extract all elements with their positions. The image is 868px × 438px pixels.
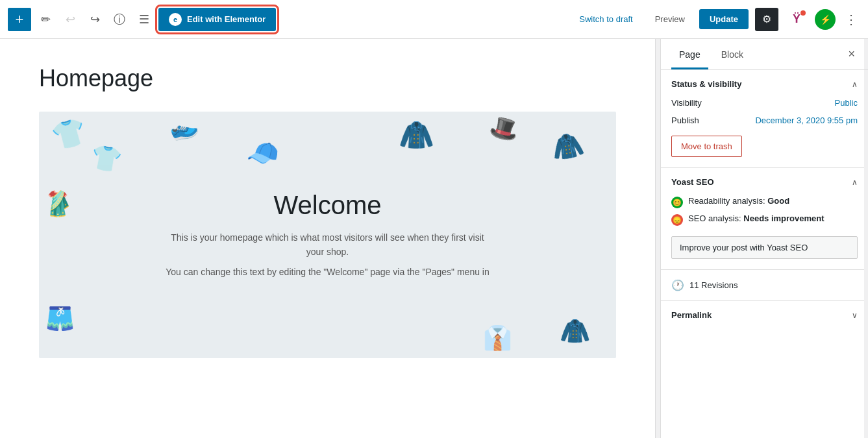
status-visibility-section: Status & visibility ∧ Visibility Public … (661, 70, 868, 168)
yoast-notification-dot (800, 10, 806, 16)
readability-text: Readability analysis: Good (688, 196, 789, 206)
welcome-subtitle: This is your homepage which is what most… (166, 230, 490, 260)
seo-analysis-row: 😞 SEO analysis: Needs improvement (671, 213, 858, 226)
chevron-up-icon: ∧ (852, 80, 858, 89)
redo-button[interactable]: ↪ (84, 9, 105, 30)
yoast-seo-header[interactable]: Yoast SEO ∧ (661, 168, 868, 196)
clothing-cap: 🧢 (245, 136, 280, 169)
readability-value: Good (767, 196, 789, 206)
revisions-section[interactable]: 🕐 11 Revisions (661, 270, 868, 300)
visibility-value[interactable]: Public (835, 98, 858, 108)
tab-block[interactable]: Block (713, 39, 751, 69)
clothing-shirt-1: 👕 (49, 114, 90, 154)
seo-analysis-text: SEO analysis: Needs improvement (688, 213, 825, 223)
elementor-icon: e (169, 13, 182, 26)
clothing-sweater: 🧥 (399, 118, 434, 152)
page-title: Homepage (39, 65, 616, 92)
improve-yoast-button[interactable]: Improve your post with Yoast SEO (671, 236, 858, 259)
readability-dot: 😊 (671, 197, 683, 208)
settings-button[interactable]: ⚙ (755, 8, 778, 31)
seo-analysis-value: Needs improvement (743, 213, 824, 223)
yoast-y-letter: Ÿ (793, 12, 800, 26)
panel-tabs: Page Block × (661, 39, 868, 70)
edit-elementor-button[interactable]: e Edit with Elementor (158, 8, 276, 31)
panel-close-button[interactable]: × (845, 45, 858, 64)
clothing-polo: 👔 (483, 324, 512, 352)
toolbar: + ✏ ↩ ↪ ⓘ ☰ e Edit with Elementor Switch… (0, 0, 868, 39)
visibility-label: Visibility (671, 98, 702, 108)
list-view-button[interactable]: ☰ (134, 9, 155, 30)
permalink-title: Permalink (671, 310, 712, 320)
clothing-hat: 🎩 (486, 112, 521, 145)
clothing-shorts: 🩳 (45, 305, 75, 332)
revisions-text: 11 Revisions (689, 280, 738, 290)
yoast-seo-section: Yoast SEO ∧ 😊 Readability analysis: Good… (661, 168, 868, 270)
readability-row: 😊 Readability analysis: Good (671, 196, 858, 208)
content-area: Homepage 👕 👕 👟 🧢 🧥 🎩 🧥 🩳 🧥 👔 🥻 Welcome T… (0, 39, 655, 438)
info-button[interactable]: ⓘ (109, 9, 130, 30)
yoast-chevron-up-icon: ∧ (852, 178, 858, 187)
yoast-icon[interactable]: Ÿ (785, 8, 808, 31)
scroll-divider (655, 39, 660, 438)
seo-dot: 😞 (671, 214, 683, 226)
update-button[interactable]: Update (699, 9, 749, 29)
status-visibility-title: Status & visibility (671, 79, 741, 89)
clothing-shoe: 👟 (164, 112, 201, 146)
visibility-row: Visibility Public (671, 98, 858, 108)
tab-page[interactable]: Page (671, 39, 708, 69)
homepage-preview: 👕 👕 👟 🧢 🧥 🎩 🧥 🩳 🧥 👔 🥻 Welcome This is yo… (39, 112, 616, 358)
undo-button[interactable]: ↩ (60, 9, 81, 30)
yoast-seo-title: Yoast SEO (671, 177, 714, 187)
publish-value[interactable]: December 3, 2020 9:55 pm (755, 116, 858, 125)
clothing-jacket: 🧥 (549, 128, 586, 164)
yoast-seo-content: 😊 Readability analysis: Good 😞 SEO analy… (661, 196, 868, 269)
permalink-chevron-down-icon: ∨ (852, 311, 858, 320)
move-trash-button[interactable]: Move to trash (671, 136, 742, 157)
clothing-shirt-2: 👕 (89, 141, 124, 175)
performance-bolt-icon[interactable]: ⚡ (815, 9, 836, 30)
right-panel: Page Block × Status & visibility ∧ Visib… (660, 39, 868, 438)
welcome-heading: Welcome (274, 191, 382, 220)
pencil-icon[interactable]: ✏ (35, 9, 56, 30)
add-button[interactable]: + (8, 8, 31, 31)
publish-row: Publish December 3, 2020 9:55 pm (671, 116, 858, 125)
clothing-hoodie: 🧥 (560, 317, 590, 345)
toolbar-right: Switch to draft Preview Update ⚙ Ÿ ⚡ ⋮ (571, 8, 860, 31)
welcome-note: You can change this text by editing the … (166, 265, 490, 279)
publish-label: Publish (671, 116, 699, 125)
permalink-section[interactable]: Permalink ∨ (661, 300, 868, 329)
toolbar-left: + ✏ ↩ ↪ ⓘ ☰ e Edit with Elementor (8, 8, 571, 31)
revisions-clock-icon: 🕐 (671, 279, 684, 291)
status-visibility-header[interactable]: Status & visibility ∧ (661, 70, 868, 98)
preview-button[interactable]: Preview (647, 10, 693, 28)
switch-draft-button[interactable]: Switch to draft (571, 10, 640, 28)
main-layout: Homepage 👕 👕 👟 🧢 🧥 🎩 🧥 🩳 🧥 👔 🥻 Welcome T… (0, 39, 868, 438)
clothing-jacket-2: 🥻 (42, 189, 73, 218)
more-options-button[interactable]: ⋮ (842, 9, 860, 30)
status-visibility-content: Visibility Public Publish December 3, 20… (661, 98, 868, 167)
